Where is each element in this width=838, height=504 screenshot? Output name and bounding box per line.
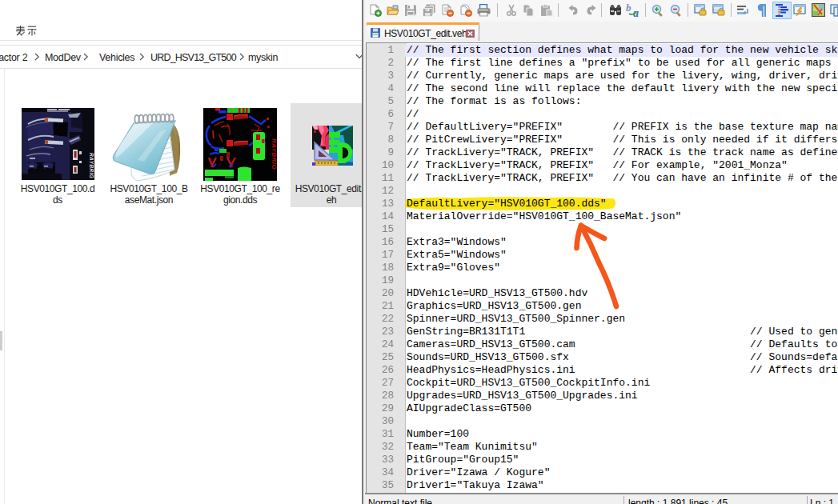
svg-text:b: b	[626, 2, 632, 14]
svg-text:RAYBRIG: RAYBRIG	[271, 138, 277, 170]
svg-text:RAYBRIG: RAYBRIG	[89, 153, 94, 178]
